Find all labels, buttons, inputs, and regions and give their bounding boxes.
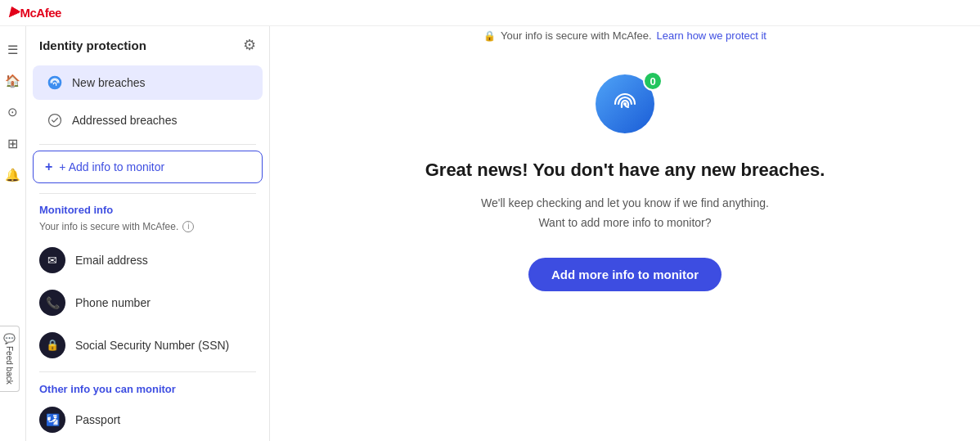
monitored-section-label: Monitored info xyxy=(26,197,269,219)
secure-info-row: Your info is secure with McAfee. i xyxy=(26,219,269,239)
addressed-breaches-label: Addressed breaches xyxy=(72,114,177,127)
sidebar: Identity protection ⚙ New breaches Addre… xyxy=(26,0,270,441)
feedback-label: Feed back xyxy=(5,346,14,385)
learn-how-link[interactable]: Learn how we protect it xyxy=(657,29,766,42)
subtext-line2: Want to add more info to monitor? xyxy=(481,214,769,233)
feedback-icon: 💬 xyxy=(3,333,16,344)
sidebar-item-addressed-breaches[interactable]: Addressed breaches xyxy=(33,103,263,137)
fingerprint-icon xyxy=(609,88,641,120)
sidebar-header: Identity protection ⚙ xyxy=(26,29,269,64)
sidebar-title: Identity protection xyxy=(39,38,146,52)
monitored-item-phone[interactable]: 📞 Phone number xyxy=(26,281,269,324)
ssn-label: Social Security Number (SSN) xyxy=(75,339,229,352)
addressed-icon xyxy=(46,111,64,129)
svg-point-2 xyxy=(623,102,627,106)
main-subtext: We'll keep checking and let you know if … xyxy=(481,194,769,233)
passport-label: Passport xyxy=(75,413,120,426)
settings-button[interactable]: ⚙ xyxy=(243,36,256,54)
grid-icon[interactable]: ⊞ xyxy=(7,136,18,151)
sidebar-item-new-breaches[interactable]: New breaches xyxy=(33,65,263,100)
fingerprint-badge-area: 0 xyxy=(596,74,654,133)
ssn-icon: 🔒 xyxy=(39,332,65,358)
add-monitor-label: + Add info to monitor xyxy=(59,160,164,173)
secure-notice-text: Your info is secure with McAfee. xyxy=(501,29,652,42)
new-breaches-label: New breaches xyxy=(72,76,146,89)
monitored-item-passport[interactable]: 🛂 Passport xyxy=(26,398,269,441)
badge-count: 0 xyxy=(643,71,663,91)
bell-icon[interactable]: 🔔 xyxy=(5,168,20,182)
add-monitor-button[interactable]: + + Add info to monitor xyxy=(33,151,263,183)
lock-small-icon: 🔒 xyxy=(483,30,496,42)
hamburger-icon[interactable]: ☰ xyxy=(7,43,18,57)
main-content: 🔒 Your info is secure with McAfee. Learn… xyxy=(270,0,980,441)
email-icon: ✉ xyxy=(39,247,65,273)
phone-label: Phone number xyxy=(75,296,151,309)
feedback-tab[interactable]: 💬 Feed back xyxy=(0,326,20,392)
fingerprint-nav-icon xyxy=(46,74,64,92)
plus-icon: + xyxy=(45,160,52,174)
subtext-line1: We'll keep checking and let you know if … xyxy=(481,194,769,214)
other-section-label: Other info you can monitor xyxy=(26,376,269,398)
info-icon[interactable]: i xyxy=(182,221,194,232)
home-icon[interactable]: 🏠 xyxy=(5,74,20,88)
email-label: Email address xyxy=(75,254,148,267)
passport-icon: 🛂 xyxy=(39,407,65,433)
monitored-item-ssn[interactable]: 🔒 Social Security Number (SSN) xyxy=(26,324,269,367)
secure-info-text: Your info is secure with McAfee. xyxy=(39,221,178,232)
secure-notice: 🔒 Your info is secure with McAfee. Learn… xyxy=(483,29,766,42)
phone-icon: 📞 xyxy=(39,290,65,316)
add-more-info-button[interactable]: Add more info to monitor xyxy=(528,258,722,291)
monitored-item-email[interactable]: ✉ Email address xyxy=(26,239,269,281)
circle-icon[interactable]: ⊙ xyxy=(7,105,18,119)
mcafee-logo: ⯈McAfee xyxy=(8,6,61,20)
top-bar: ⯈McAfee xyxy=(0,0,980,26)
main-headline: Great news! You don't have any new breac… xyxy=(425,160,825,181)
